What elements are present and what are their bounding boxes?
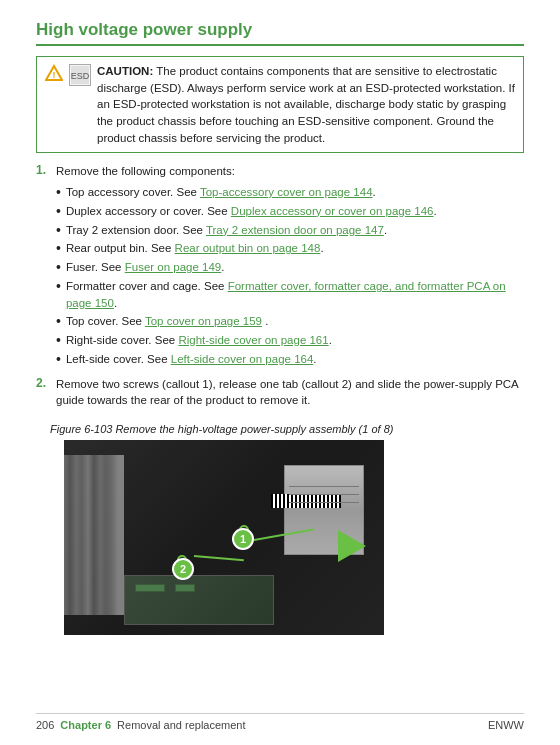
step-1-sublist: • Top accessory cover. See Top-accessory… bbox=[56, 184, 524, 368]
step-1-text: Remove the following components: bbox=[56, 165, 235, 177]
caution-text: CAUTION: The product contains components… bbox=[97, 63, 515, 146]
bullet-icon: • bbox=[56, 332, 61, 349]
steps-list: 1. Remove the following components: • To… bbox=[36, 163, 524, 415]
step-1-content: Remove the following components: • Top a… bbox=[56, 163, 524, 369]
link-left-cover[interactable]: Left-side cover on page 164 bbox=[171, 353, 314, 365]
footer-chapter-text: Removal and replacement bbox=[117, 719, 245, 731]
list-item: • Tray 2 extension door. See Tray 2 exte… bbox=[56, 222, 524, 239]
sub-item-3-text: Rear output bin. See Rear output bin on … bbox=[66, 240, 324, 257]
bullet-icon: • bbox=[56, 351, 61, 368]
caution-box: ! ESD CAUTION: The product contains comp… bbox=[36, 56, 524, 153]
caution-label: CAUTION: bbox=[97, 65, 153, 77]
warning-triangle-icon: ! bbox=[45, 64, 63, 82]
footer-left: 206 Chapter 6 Removal and replacement bbox=[36, 719, 246, 731]
list-item: • Rear output bin. See Rear output bin o… bbox=[56, 240, 524, 257]
footer-chapter-label: Chapter 6 bbox=[60, 719, 111, 731]
bullet-icon: • bbox=[56, 259, 61, 276]
step-2-num: 2. bbox=[36, 376, 50, 390]
cable-area bbox=[64, 455, 124, 615]
sub-item-0-text: Top accessory cover. See Top-accessory c… bbox=[66, 184, 376, 201]
page-number: 206 bbox=[36, 719, 54, 731]
bullet-icon: • bbox=[56, 313, 61, 330]
direction-arrow bbox=[338, 530, 366, 562]
link-duplex[interactable]: Duplex accessory or cover on page 146 bbox=[231, 205, 434, 217]
callout-2: 2 bbox=[172, 558, 194, 580]
list-item: • Formatter cover and cage. See Formatte… bbox=[56, 278, 524, 311]
list-item: • Top cover. See Top cover on page 159 . bbox=[56, 313, 524, 330]
sub-item-4-text: Fuser. See Fuser on page 149. bbox=[66, 259, 225, 276]
step-2: 2. Remove two screws (callout 1), releas… bbox=[36, 376, 524, 409]
list-item: • Left-side cover. See Left-side cover o… bbox=[56, 351, 524, 368]
link-top-cover[interactable]: Top-accessory cover on page 144 bbox=[200, 186, 373, 198]
sub-item-6-text: Top cover. See Top cover on page 159 . bbox=[66, 313, 268, 330]
caution-body: The product contains components that are… bbox=[97, 65, 515, 144]
figure-section: Figure 6-103 Remove the high-voltage pow… bbox=[50, 419, 524, 635]
svg-text:ESD: ESD bbox=[71, 71, 89, 81]
list-item: • Duplex accessory or cover. See Duplex … bbox=[56, 203, 524, 220]
step-1-num: 1. bbox=[36, 163, 50, 177]
figure-label: Figure 6-103 Remove the high-voltage pow… bbox=[50, 423, 524, 435]
bullet-icon: • bbox=[56, 184, 61, 201]
step-2-text: Remove two screws (callout 1), release o… bbox=[56, 376, 524, 409]
link-right-cover[interactable]: Right-side cover on page 161 bbox=[178, 334, 328, 346]
page: High voltage power supply ! ESD CAUTION:… bbox=[0, 0, 560, 745]
sub-item-7-text: Right-side cover. See Right-side cover o… bbox=[66, 332, 332, 349]
svg-text:!: ! bbox=[53, 70, 56, 80]
bullet-icon: • bbox=[56, 240, 61, 257]
sub-item-2-text: Tray 2 extension door. See Tray 2 extens… bbox=[66, 222, 387, 239]
callout-1: 1 bbox=[232, 528, 254, 550]
esd-icon: ESD bbox=[69, 64, 91, 86]
link-top-cover2[interactable]: Top cover on page 159 bbox=[145, 315, 262, 327]
sub-item-5-text: Formatter cover and cage. See Formatter … bbox=[66, 278, 524, 311]
list-item: • Top accessory cover. See Top-accessory… bbox=[56, 184, 524, 201]
sub-item-1-text: Duplex accessory or cover. See Duplex ac… bbox=[66, 203, 437, 220]
link-tray2[interactable]: Tray 2 extension door on page 147 bbox=[206, 224, 384, 236]
figure-image: 1 2 bbox=[64, 440, 384, 635]
sub-item-8-text: Left-side cover. See Left-side cover on … bbox=[66, 351, 317, 368]
pcb-board bbox=[124, 575, 274, 625]
bullet-icon: • bbox=[56, 203, 61, 220]
list-item: • Right-side cover. See Right-side cover… bbox=[56, 332, 524, 349]
bullet-icon: • bbox=[56, 222, 61, 239]
footer-right: ENWW bbox=[488, 719, 524, 731]
page-title: High voltage power supply bbox=[36, 20, 524, 46]
link-fuser[interactable]: Fuser on page 149 bbox=[125, 261, 222, 273]
link-rear-bin[interactable]: Rear output bin on page 148 bbox=[175, 242, 321, 254]
page-footer: 206 Chapter 6 Removal and replacement EN… bbox=[36, 713, 524, 731]
bullet-icon: • bbox=[56, 278, 61, 295]
list-item: • Fuser. See Fuser on page 149. bbox=[56, 259, 524, 276]
barcode bbox=[271, 494, 341, 508]
step-1: 1. Remove the following components: • To… bbox=[36, 163, 524, 369]
